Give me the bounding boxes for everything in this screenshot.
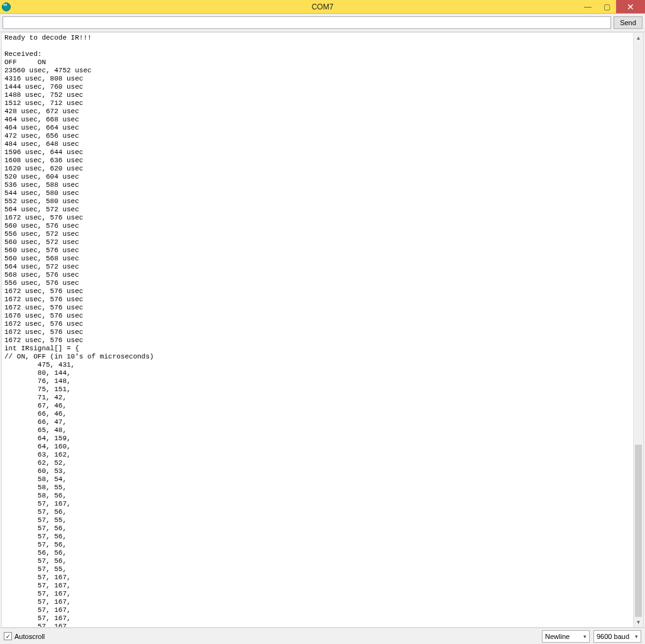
- maximize-button[interactable]: ▢: [597, 0, 616, 13]
- vertical-scrollbar[interactable]: ▲ ▼: [633, 33, 643, 627]
- minimize-button[interactable]: —: [578, 0, 597, 13]
- arduino-icon: [2, 3, 11, 11]
- window-controls: — ▢ ✕: [578, 0, 645, 13]
- autoscroll-label: Autoscroll: [14, 633, 45, 640]
- close-button[interactable]: ✕: [616, 0, 645, 13]
- serial-input[interactable]: [3, 16, 611, 29]
- status-bar: ✓ Autoscroll Newline 9600 baud: [0, 628, 645, 644]
- input-row: Send: [0, 14, 645, 32]
- autoscroll-checkbox[interactable]: ✓: [4, 632, 12, 640]
- scroll-up-icon[interactable]: ▲: [634, 33, 643, 43]
- output-area: Ready to decode IR!!! Received: OFF ON 2…: [1, 32, 644, 628]
- serial-output: Ready to decode IR!!! Received: OFF ON 2…: [2, 33, 633, 627]
- scroll-down-icon[interactable]: ▼: [634, 617, 643, 627]
- titlebar: COM7 — ▢ ✕: [0, 0, 645, 14]
- baud-rate-select[interactable]: 9600 baud: [593, 630, 641, 643]
- line-ending-select[interactable]: Newline: [542, 630, 590, 643]
- scroll-track[interactable]: [634, 43, 643, 617]
- send-button[interactable]: Send: [614, 16, 642, 29]
- autoscroll-checkbox-wrap[interactable]: ✓ Autoscroll: [4, 632, 45, 640]
- scroll-thumb[interactable]: [635, 445, 642, 617]
- window-title: COM7: [312, 3, 334, 11]
